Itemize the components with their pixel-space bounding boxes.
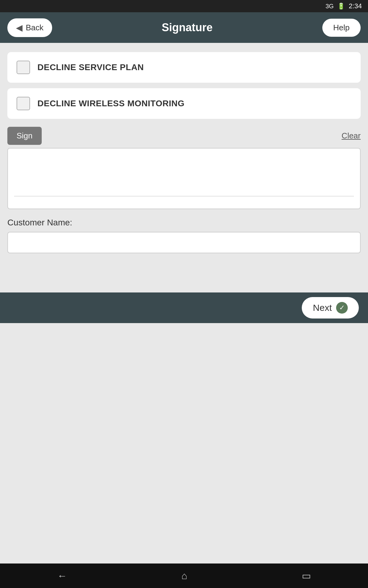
decline-wireless-monitoring-label: DECLINE WIRELESS MONITORING [37,99,185,108]
gray-space [0,323,368,564]
android-home-icon[interactable]: ⌂ [181,570,187,582]
sign-button[interactable]: Sign [7,127,42,145]
help-button[interactable]: Help [322,19,361,37]
back-chevron-icon: ◀ [16,23,23,33]
decline-service-plan-label: DECLINE SERVICE PLAN [37,62,144,72]
back-button[interactable]: ◀ Back [7,18,52,37]
signature-canvas[interactable] [7,148,361,209]
bottom-bar: Next ✓ [0,292,368,323]
decline-wireless-monitoring-checkbox[interactable] [17,97,30,110]
decline-service-plan-row[interactable]: DECLINE SERVICE PLAN [7,52,361,83]
main-content: DECLINE SERVICE PLAN DECLINE WIRELESS MO… [0,43,368,292]
decline-wireless-monitoring-row[interactable]: DECLINE WIRELESS MONITORING [7,88,361,119]
decline-service-plan-checkbox[interactable] [17,61,30,74]
next-label: Next [313,303,332,313]
page-title: Signature [162,21,213,34]
time-display: 2:34 [349,2,362,10]
next-button[interactable]: Next ✓ [302,297,359,318]
clear-button[interactable]: Clear [342,131,361,141]
android-nav-bar: ← ⌂ ▭ [0,564,368,588]
customer-name-section: Customer Name: [7,218,361,253]
customer-name-label: Customer Name: [7,218,361,228]
signal-icon: 3G [325,3,334,10]
sign-area-container: Sign Clear [7,127,361,209]
battery-icon: 🔋 [337,2,345,10]
android-recents-icon[interactable]: ▭ [302,570,311,582]
next-check-icon: ✓ [336,302,348,314]
android-back-icon[interactable]: ← [57,570,67,582]
customer-name-input[interactable] [7,232,361,253]
signature-line [14,196,354,196]
status-bar: 3G 🔋 2:34 [0,0,368,12]
top-bar: ◀ Back Signature Help [0,12,368,43]
sign-controls: Sign Clear [7,127,361,145]
back-label: Back [26,23,44,32]
